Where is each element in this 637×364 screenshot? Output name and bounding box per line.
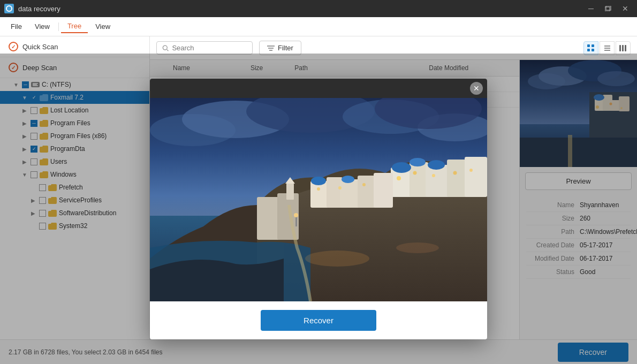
svg-rect-12 — [587, 49, 590, 51]
modal-header: ✕ — [150, 79, 487, 98]
menu-view[interactable]: View — [28, 20, 56, 33]
svg-point-70 — [317, 187, 320, 191]
list-icon — [603, 44, 611, 52]
detail-view-button[interactable] — [616, 41, 631, 55]
svg-rect-18 — [622, 45, 624, 51]
titlebar-left: data recovery — [4, 4, 60, 13]
search-icon — [162, 44, 169, 52]
app-title: data recovery — [18, 5, 60, 13]
svg-rect-11 — [592, 44, 594, 47]
svg-point-72 — [362, 183, 366, 186]
svg-rect-47 — [426, 165, 450, 197]
menubar: File View Tree View — [0, 17, 637, 36]
svg-point-71 — [338, 186, 342, 189]
svg-rect-49 — [465, 157, 487, 197]
svg-rect-19 — [625, 45, 626, 51]
quick-scan-icon — [9, 42, 18, 51]
modal-recover-button[interactable]: Recover — [261, 310, 376, 331]
restore-button[interactable] — [601, 3, 616, 14]
search-input[interactable] — [172, 44, 247, 52]
menu-tab-view[interactable]: View — [89, 20, 117, 33]
filter-label: Filter — [278, 44, 293, 52]
svg-point-69 — [469, 169, 473, 172]
svg-point-50 — [392, 162, 411, 173]
titlebar: data recovery ─ ✕ — [0, 0, 637, 17]
svg-rect-13 — [592, 49, 594, 51]
image-preview-modal: ✕ — [150, 79, 487, 339]
view-buttons — [583, 41, 631, 55]
svg-point-63 — [305, 251, 369, 267]
svg-point-65 — [397, 176, 401, 180]
quick-scan-label: Quick Scan — [22, 43, 58, 51]
modal-footer: Recover — [150, 301, 487, 339]
close-button[interactable]: ✕ — [618, 3, 633, 14]
menu-tab-tree[interactable]: Tree — [61, 20, 88, 33]
svg-rect-48 — [447, 160, 467, 197]
main-layout: Quick Scan Deep Scan C: (NTFS) Foxmail 7… — [0, 36, 637, 364]
svg-point-58 — [311, 177, 326, 185]
minimize-button[interactable]: ─ — [583, 3, 598, 14]
modal-close-icon: ✕ — [473, 84, 480, 93]
filter-button[interactable]: Filter — [259, 41, 301, 55]
search-box — [156, 41, 253, 55]
modal-close-button[interactable]: ✕ — [470, 82, 483, 95]
svg-rect-62 — [286, 184, 294, 200]
modal-image — [150, 98, 487, 301]
modal-overlay: ✕ — [0, 54, 637, 364]
menu-file[interactable]: File — [4, 20, 28, 33]
titlebar-controls: ─ ✕ — [583, 3, 633, 14]
grid-view-button[interactable] — [583, 41, 598, 55]
svg-point-66 — [413, 171, 417, 175]
list-view-button[interactable] — [600, 41, 615, 55]
svg-point-52 — [428, 160, 445, 170]
svg-point-67 — [432, 174, 435, 177]
svg-rect-46 — [410, 162, 428, 197]
svg-rect-0 — [606, 6, 611, 10]
svg-rect-55 — [340, 179, 360, 208]
grid-icon — [587, 44, 595, 52]
svg-point-5 — [163, 46, 167, 50]
menu-divider — [58, 22, 59, 31]
modal-scene-svg — [150, 98, 487, 301]
svg-rect-1 — [605, 7, 610, 11]
svg-line-6 — [167, 49, 169, 51]
svg-point-74 — [294, 213, 298, 217]
svg-point-51 — [410, 158, 426, 166]
svg-point-68 — [453, 171, 457, 175]
detail-icon — [619, 44, 627, 52]
app-logo — [4, 4, 14, 13]
svg-rect-17 — [619, 45, 621, 51]
svg-point-59 — [342, 176, 354, 183]
svg-rect-10 — [587, 44, 590, 47]
filter-icon — [267, 45, 275, 51]
svg-point-64 — [396, 242, 439, 253]
svg-rect-57 — [374, 173, 393, 208]
svg-rect-73 — [295, 216, 297, 226]
svg-rect-56 — [358, 176, 376, 208]
